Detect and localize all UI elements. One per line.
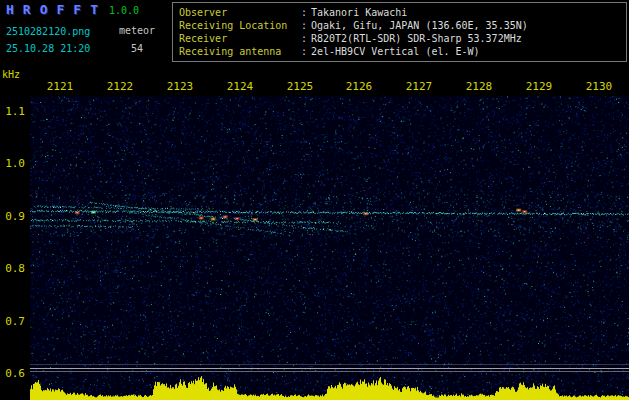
- app-title-letter: R: [23, 2, 31, 17]
- info-value: R820T2(RTL-SDR) SDR-Sharp 53.372MHz: [311, 33, 522, 44]
- x-tick: 2121: [47, 80, 74, 93]
- x-tick: 2122: [107, 80, 134, 93]
- x-tick: 2127: [406, 80, 433, 93]
- app-title: H R O F F T 1.0.0: [6, 2, 139, 17]
- datetime-label: 25.10.28 21:20: [6, 43, 90, 54]
- echo-count: 54: [131, 43, 143, 54]
- info-row-observer: Observer:Takanori Kawachi: [179, 6, 626, 19]
- info-label: Receiving Location: [179, 19, 301, 32]
- x-tick: 2129: [526, 80, 553, 93]
- x-tick: 2130: [586, 80, 613, 93]
- info-label: Receiving antenna: [179, 45, 301, 58]
- y-tick: 1.0: [0, 157, 25, 170]
- info-separator: :: [301, 45, 311, 58]
- info-separator: :: [301, 6, 311, 19]
- info-row-receiver: Receiver:R820T2(RTL-SDR) SDR-Sharp 53.37…: [179, 32, 626, 45]
- spectrogram-canvas: [30, 96, 629, 400]
- hrofft-window: H R O F F T 1.0.0 2510282120.png meteor …: [0, 0, 629, 400]
- info-label: Observer: [179, 6, 301, 19]
- x-tick: 2124: [227, 80, 254, 93]
- observer-info-box: Observer:Takanori Kawachi Receiving Loca…: [172, 2, 627, 62]
- info-separator: :: [301, 19, 311, 32]
- y-axis-unit-label: kHz: [2, 69, 20, 80]
- mode-label: meteor: [119, 25, 155, 36]
- info-row-location: Receiving Location:Ogaki, Gifu, JAPAN (1…: [179, 19, 626, 32]
- x-tick: 2128: [466, 80, 493, 93]
- app-title-letter: F: [56, 2, 64, 17]
- x-tick: 2125: [287, 80, 314, 93]
- app-title-letter: H: [6, 2, 14, 17]
- app-title-letter: T: [90, 2, 98, 17]
- y-tick: 0.7: [0, 315, 25, 328]
- app-title-letter: O: [40, 2, 48, 17]
- y-tick: 0.9: [0, 210, 25, 223]
- x-tick: 2123: [167, 80, 194, 93]
- info-value: Ogaki, Gifu, JAPAN (136.60E, 35.35N): [311, 20, 528, 31]
- info-value: Takanori Kawachi: [311, 7, 407, 18]
- info-label: Receiver: [179, 32, 301, 45]
- y-tick: 0.8: [0, 262, 25, 275]
- x-tick: 2126: [346, 80, 373, 93]
- info-value: 2el-HB9CV Vertical (el. E-W): [311, 46, 480, 57]
- app-title-letter: F: [73, 2, 81, 17]
- app-version: 1.0.0: [109, 5, 139, 16]
- y-tick: 1.1: [0, 105, 25, 118]
- info-row-antenna: Receiving antenna:2el-HB9CV Vertical (el…: [179, 45, 626, 58]
- y-tick: 0.6: [0, 367, 25, 380]
- current-filename: 2510282120.png: [6, 26, 90, 37]
- info-separator: :: [301, 32, 311, 45]
